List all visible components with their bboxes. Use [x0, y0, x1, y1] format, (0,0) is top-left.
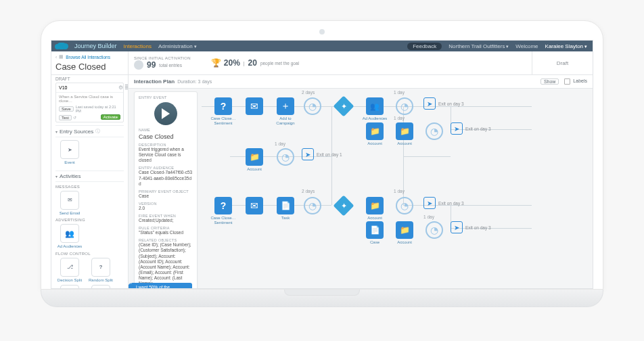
org-switcher[interactable]: Northern Trail Outfitters — [448, 43, 509, 49]
trophy-icon: 🏆 — [211, 58, 221, 68]
undo-icon[interactable]: ↺ — [73, 116, 76, 120]
save-button[interactable]: Save — [59, 106, 74, 112]
page-header: ‹ ▦ Browse All Interactions Case Closed … — [51, 51, 593, 75]
node-engagement-split-1[interactable] — [329, 99, 359, 114]
exit-day3-c[interactable]: Exit on day 3 — [423, 197, 464, 209]
chevron-down-icon: ▾ — [55, 129, 58, 134]
user-menu[interactable]: Karalee Slayton — [545, 43, 587, 49]
goal-percent: 20% — [224, 58, 240, 68]
nav-administration[interactable]: Administration — [158, 43, 197, 49]
list-view-icon[interactable]: ▦ — [59, 54, 64, 60]
time-1day-a: 1 day — [394, 90, 405, 95]
activate-button[interactable]: Activate — [101, 114, 120, 120]
entry-description: Event triggered when a Service Cloud cas… — [139, 147, 193, 163]
test-button[interactable]: Test — [59, 115, 72, 120]
group-advertising: ADVERTISING — [55, 218, 124, 224]
app-screen: Journey Builder Interactions Administrat… — [51, 40, 593, 289]
tile-engagement-split[interactable]: Engagement Split — [55, 285, 84, 289]
info-icon[interactable]: ⓘ — [95, 128, 100, 135]
node-wait-1[interactable] — [298, 97, 327, 115]
last-saved: Last saved today at 2:21 PM — [76, 105, 120, 113]
node-case[interactable]: Case — [360, 221, 390, 245]
tile-decision-split[interactable]: Decision Split — [55, 258, 84, 283]
status-badge: Draft — [532, 51, 593, 74]
goal-ribbon[interactable]: I want 50% of the… — [131, 283, 192, 289]
version-settings-icon[interactable]: ⚙ — [118, 85, 123, 91]
entry-rule: "Status" equals Closed — [139, 230, 193, 235]
section-entry-sources[interactable]: ▾ Entry Sources ⓘ — [55, 125, 124, 137]
node-account-3[interactable]: Account — [360, 197, 390, 221]
entry-event-card: ENTRY EVENT NAME Case Closed DESCRIPTION… — [134, 91, 198, 289]
tile-join[interactable]: Join — [87, 285, 115, 289]
node-wait-2[interactable] — [390, 97, 419, 115]
breadcrumb: ‹ ▦ Browse All Interactions — [55, 54, 124, 60]
goal-count: 20 — [248, 58, 257, 68]
chevron-down-icon: ▾ — [55, 174, 58, 179]
labels-checkbox[interactable]: Labels — [563, 77, 587, 86]
node-add-to-campaign[interactable]: Add to Campaign — [271, 97, 300, 125]
node-case-close-sentiment[interactable]: Case Close… Sentiment — [208, 97, 238, 125]
journey-canvas[interactable]: Interaction Plan Duration: 3 days Show L… — [129, 75, 593, 289]
node-ad-audiences[interactable]: Ad Audiences — [360, 97, 390, 121]
decision-split-icon — [67, 264, 73, 270]
plan-title: Interaction Plan — [134, 78, 175, 85]
laptop-base — [41, 290, 603, 307]
tile-event[interactable]: Event — [55, 140, 84, 165]
node-wait-5[interactable] — [298, 197, 327, 214]
entry-name: Case Closed — [139, 133, 193, 140]
page-title: Case Closed — [55, 62, 124, 72]
group-messages: MESSAGES — [55, 185, 124, 191]
exit-day3-b[interactable]: Exit on day 3 — [451, 122, 491, 135]
group-flow-control: FLOW CONTROL — [55, 252, 124, 258]
node-wait-4[interactable] — [271, 148, 300, 166]
version-hint: When a Service Cloud case is close… — [59, 95, 120, 103]
exit-day3-a[interactable]: Exit on day 3 — [423, 97, 464, 110]
app-top-bar: Journey Builder Interactions Administrat… — [51, 41, 593, 51]
total-entries-label: total entries — [159, 63, 182, 68]
total-entries-value: 99 — [147, 60, 156, 70]
goal-sep: | — [244, 61, 245, 66]
entry-object: Case — [139, 194, 193, 199]
node-email-2[interactable] — [239, 197, 269, 214]
welcome-label: Welcome — [515, 43, 538, 49]
nav-interactions[interactable]: Interactions — [124, 43, 152, 49]
node-engagement-split-2[interactable] — [329, 198, 359, 213]
plan-duration: 3 days — [198, 79, 212, 84]
entry-version: 2.0 — [139, 206, 193, 211]
node-wait-3[interactable] — [419, 122, 449, 140]
laptop-camera — [319, 29, 325, 35]
node-email-1[interactable] — [239, 97, 269, 115]
back-chevron-icon[interactable]: ‹ — [55, 55, 57, 60]
version-panel: ⚙ ≣ When a Service Cloud case is close… … — [55, 83, 124, 122]
time-1day-c: 1 day — [275, 141, 285, 146]
sidebar: DRAFT ⚙ ≣ When a Service Cloud case is c… — [51, 75, 129, 289]
entry-related: (Case ID); (Case Number); (Customer Sati… — [139, 242, 193, 286]
time-1day-e: 1 day — [423, 214, 434, 219]
time-1day-d: 1 day — [394, 189, 405, 194]
node-account-0[interactable]: Account — [360, 122, 390, 146]
app-title: Journey Builder — [74, 43, 117, 49]
node-account-1[interactable]: Account — [390, 122, 419, 146]
feedback-button[interactable]: Feedback — [407, 43, 442, 50]
version-input[interactable] — [59, 85, 118, 90]
entry-fire: Created;Updated; — [139, 218, 193, 223]
time-2days-a: 2 days — [302, 90, 315, 95]
person-icon — [134, 60, 143, 70]
exit-day1[interactable]: Exit on day 1 — [302, 148, 342, 160]
tile-ad-audiences[interactable]: Ad Audiences — [55, 224, 84, 249]
show-toggle[interactable]: Show — [540, 78, 559, 85]
node-account-2[interactable]: Account — [239, 148, 269, 172]
node-wait-6[interactable] — [390, 197, 419, 214]
event-icon — [68, 147, 72, 153]
tile-random-split[interactable]: Random Split — [87, 258, 115, 283]
exit-day3-d[interactable]: Exit on day 3 — [451, 221, 491, 233]
node-case-close-sentiment-2[interactable]: Case Close… Sentiment — [208, 197, 238, 225]
start-node[interactable] — [154, 102, 177, 125]
node-task[interactable]: Task — [271, 197, 300, 221]
node-wait-7[interactable] — [419, 221, 449, 239]
tile-send-email[interactable]: Send Email — [55, 191, 84, 216]
audiences-icon — [65, 229, 74, 238]
breadcrumb-link[interactable]: Browse All Interactions — [66, 55, 110, 60]
node-account-4[interactable]: Account — [390, 221, 419, 245]
section-activities[interactable]: ▾ Activities — [55, 170, 124, 182]
